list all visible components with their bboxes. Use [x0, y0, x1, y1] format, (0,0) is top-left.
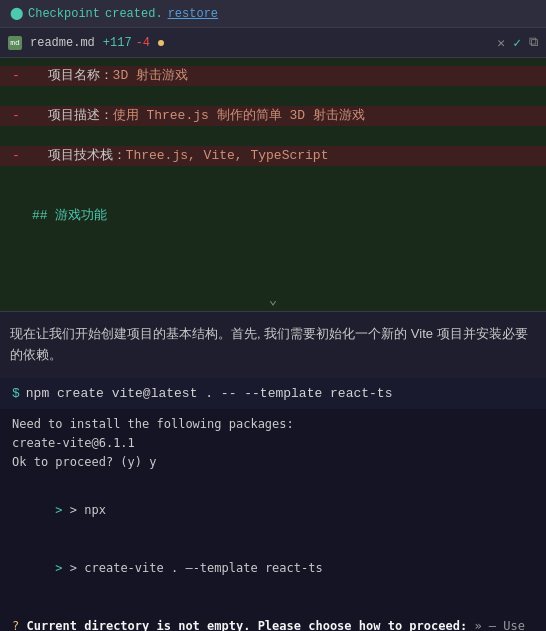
checkpoint-label: Checkpoint	[28, 7, 100, 21]
terminal-question-line: ? Current directory is not empty. Please…	[0, 613, 546, 631]
chevron-down-icon: ⌄	[269, 291, 277, 308]
tab-check-button[interactable]: ✓	[513, 35, 521, 51]
code-line-removed-3: - 项目技术栈：Three.js, Vite, TypeScript	[0, 146, 546, 166]
tab-diff-add: +117	[103, 36, 132, 50]
checkpoint-icon: ⬤	[10, 6, 23, 21]
code-line-removed-1: - 项目名称：3D 射击游戏	[0, 66, 546, 86]
question-suffix: » — Use	[474, 619, 525, 631]
checkpoint-created: created.	[105, 7, 163, 21]
tab-actions: ✕ ✓ ⧉	[497, 35, 538, 51]
code-line-blank-2	[0, 126, 546, 146]
chevron-bar[interactable]: ⌄	[0, 288, 546, 312]
terminal-output: Need to install the following packages: …	[0, 409, 546, 614]
code-line-removed-2: - 项目描述：使用 Three.js 制作的简单 3D 射击游戏	[0, 106, 546, 126]
tab-close-button[interactable]: ✕	[497, 35, 505, 51]
terminal-prompt-line: $ npm create vite@latest . -- --template…	[0, 378, 546, 409]
question-text: Current directory is not empty. Please c…	[26, 619, 467, 631]
arrow-icon-2: >	[55, 561, 69, 575]
line-marker-minus: -	[8, 66, 24, 86]
line-marker-minus-3: -	[8, 146, 24, 166]
arrow-icon: >	[55, 503, 69, 517]
tab-unsaved-dot	[158, 40, 164, 46]
tab-bar: md readme.md +117 -4 ✕ ✓ ⧉	[0, 28, 546, 58]
description-text: 现在让我们开始创建项目的基本结构。首先, 我们需要初始化一个新的 Vite 项目…	[10, 326, 528, 362]
terminal-output-line-2: create-vite@6.1.1	[12, 434, 534, 453]
file-type-icon: md	[8, 36, 22, 50]
code-editor: - 项目名称：3D 射击游戏 - 项目描述：使用 Three.js 制作的简单 …	[0, 58, 546, 288]
description-area: 现在让我们开始创建项目的基本结构。首先, 我们需要初始化一个新的 Vite 项目…	[0, 312, 546, 378]
code-line-blank-4	[0, 186, 546, 206]
tab-split-button[interactable]: ⧉	[529, 35, 538, 50]
terminal-command: npm create vite@latest . -- --template r…	[26, 386, 393, 401]
checkpoint-bar: ⬤ Checkpoint created. restore	[0, 0, 546, 28]
tab-filename[interactable]: readme.md	[30, 36, 95, 50]
line-marker-minus-2: -	[8, 106, 24, 126]
code-line-blank-1	[0, 86, 546, 106]
terminal-output-line-3: Ok to proceed? (y) y	[12, 453, 534, 472]
code-line-heading: ## 游戏功能	[0, 206, 546, 226]
terminal-dollar: $	[12, 386, 20, 401]
code-heading-text: ## 游戏功能	[32, 206, 107, 226]
terminal-create-vite: > > create-vite . —-template react-ts	[12, 540, 534, 598]
tab-diff-remove: -4	[136, 36, 150, 50]
question-mark: ?	[12, 619, 26, 631]
terminal-npx: > > npx	[12, 482, 534, 540]
checkpoint-restore-link[interactable]: restore	[168, 7, 218, 21]
terminal-area: $ npm create vite@latest . -- --template…	[0, 378, 546, 631]
code-line-blank-3	[0, 166, 546, 186]
terminal-output-line-1: Need to install the following packages:	[12, 415, 534, 434]
